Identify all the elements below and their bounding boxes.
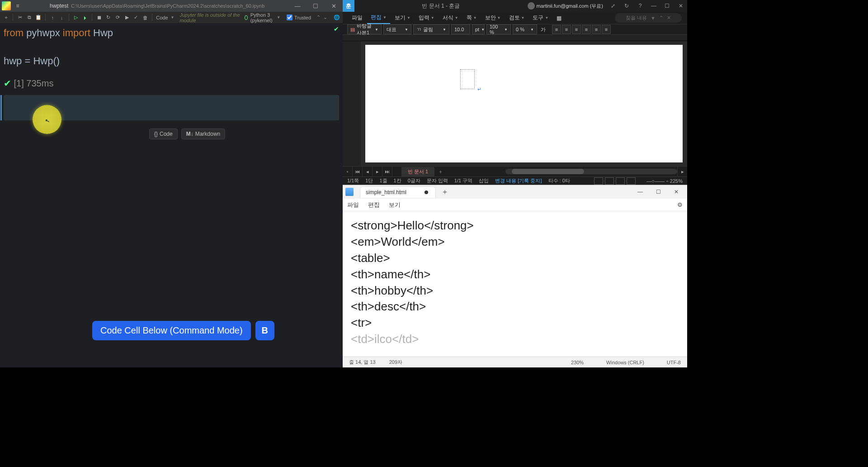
scroll-right-icon[interactable]: ▸ (677, 167, 687, 176)
expand-icon[interactable]: ⤢ (607, 3, 619, 9)
new-tab-icon[interactable]: ＋ (438, 168, 443, 175)
view-two-icon[interactable] (605, 177, 614, 185)
help-icon[interactable]: ? (634, 3, 646, 9)
status-zoom[interactable]: 230% (571, 360, 584, 365)
notebook-editor[interactable]: ✔ from pyhwpx import Hwp hwp = Hwp() ✔ [… (0, 24, 343, 367)
tab-list-icon[interactable]: ▫ (343, 167, 353, 176)
zoom-combo[interactable]: 100 %▼ (486, 24, 511, 34)
view-outline-icon[interactable] (616, 177, 625, 185)
delete-cell-icon[interactable]: 🗑 (142, 14, 148, 22)
cut-icon[interactable]: ✂ (17, 14, 23, 22)
notepad-textarea[interactable]: <strong>Hello</strong> <em>World</em> <t… (343, 211, 687, 357)
settings-icon[interactable]: ⚙ (677, 201, 683, 208)
run-cell-icon[interactable]: ▷ (73, 14, 79, 22)
restart-icon[interactable]: ↻ (105, 14, 112, 22)
vertical-ruler[interactable] (343, 41, 361, 166)
menu-file[interactable]: 파일 (347, 201, 359, 209)
paste-icon[interactable]: 📋 (35, 14, 42, 22)
minimize-icon[interactable]: — (647, 3, 660, 9)
zoom-control[interactable]: —○—— ▫ 225% (646, 178, 683, 184)
user-email[interactable]: martinii.fun@gmail.com (무료) (537, 3, 603, 10)
globe-icon[interactable]: 🌐 (334, 14, 340, 20)
file-path: C:\Users\user\AppData\Roaming\JetBrains\… (71, 3, 264, 9)
tab-last-icon[interactable]: ⏭ (382, 167, 392, 176)
copy-icon[interactable]: ⧉ (26, 14, 33, 22)
menu-view[interactable]: 보기 (389, 201, 401, 209)
pycharm-toolbar: ＋ ✂ ⧉ 📋 ↑ ↓ ▷ ⏵ ◼ ↻ ⟳ ▶ ✓ 🗑 Code ▼ Jupyt… (0, 12, 343, 24)
run-all-icon[interactable]: ⏵ (82, 14, 88, 22)
menu-extra-icon[interactable]: ▦ (553, 13, 565, 23)
para-combo[interactable]: 대표▼ (383, 24, 411, 34)
hwp-format-bar: ▤바탕글 사본1▼ 대표▼ ㄲ굴림▼ 10.0 pt▼ 100 %▼ 0 %▼ … (343, 24, 687, 35)
text-line: <th>hobby</th> (351, 283, 679, 299)
menu-security[interactable]: 보안▼ (481, 12, 505, 24)
menu-input[interactable]: 입력▼ (415, 12, 438, 24)
avatar-icon[interactable] (528, 2, 535, 10)
search-pill[interactable]: 찾을 내용▼⌃✕ (615, 13, 682, 23)
horizontal-scrollbar[interactable] (505, 169, 677, 174)
menu-review[interactable]: 검토▼ (505, 12, 528, 24)
align-justify-icon[interactable]: ≡ (582, 25, 591, 34)
add-cell-icon[interactable]: ＋ (3, 14, 9, 22)
menu-edit[interactable]: 편집▼ (367, 12, 390, 24)
hamburger-icon[interactable]: ≡ (13, 3, 23, 9)
view-page-icon[interactable] (594, 177, 603, 185)
trusted-checkbox[interactable]: Trusted (287, 14, 311, 20)
view-draft-icon[interactable] (627, 177, 636, 185)
move-up-icon[interactable]: ↑ (49, 14, 56, 22)
status-insert: 삽입 (479, 177, 489, 184)
add-code-cell-button[interactable]: {}Code (149, 129, 178, 139)
notepad-titlebar: simple_html.html ＋ — ☐ ✕ (343, 185, 687, 199)
align-dist-icon[interactable]: ≡ (592, 25, 601, 34)
page-viewport[interactable]: ↵ (361, 41, 687, 166)
charspace-combo[interactable]: 0 %▼ (513, 24, 537, 34)
minimize-icon[interactable]: — (632, 189, 648, 195)
minimize-icon[interactable]: — (288, 3, 307, 10)
add-markdown-cell-button[interactable]: M↓Markdown (181, 129, 225, 139)
move-down-icon[interactable]: ↓ (58, 14, 65, 22)
module-warning: Jupyter file is outside of the module (179, 12, 242, 23)
maximize-icon[interactable]: ☐ (661, 3, 674, 9)
doc-tab[interactable]: 빈 문서 1 (401, 167, 434, 176)
text-line: <em>World</em> (351, 234, 679, 250)
code-line[interactable]: hwp = Hwp() (4, 54, 339, 68)
tab-next-icon[interactable]: ▸ (373, 167, 382, 176)
menu-format[interactable]: 서식▼ (439, 12, 462, 24)
celltype-dropdown[interactable]: Code (156, 15, 168, 20)
new-tab-icon[interactable]: ＋ (441, 187, 448, 197)
tab-name[interactable]: hwptest (50, 3, 68, 9)
maximize-icon[interactable]: ☐ (307, 3, 325, 10)
restart-run-icon[interactable]: ⟳ (114, 14, 121, 22)
document-page[interactable]: ↵ (365, 45, 683, 162)
execution-meta: ✔ [1] 735ms (4, 78, 339, 89)
run-debug-icon[interactable]: ▶ (123, 14, 130, 22)
close-icon[interactable]: ✕ (675, 3, 687, 9)
fontsize-unit[interactable]: pt▼ (472, 24, 485, 34)
align-center-icon[interactable]: ≡ (562, 25, 571, 34)
status-record[interactable]: 변경 내용 [기록 중지] (495, 177, 542, 184)
close-icon[interactable]: ✕ (668, 189, 684, 195)
fontsize-input[interactable]: 10.0 (451, 24, 470, 34)
menu-view[interactable]: 보기▼ (391, 12, 414, 24)
menu-edit[interactable]: 편집 (368, 201, 380, 209)
style-combo[interactable]: ▤바탕글 사본1▼ (347, 24, 382, 34)
kernel-status[interactable]: Python 3 (pykernel) ▼ Trusted ⌃ ⌄ 🌐 (245, 12, 340, 23)
close-icon[interactable]: ✕ (325, 3, 343, 10)
menu-shape[interactable]: 쪽▼ (463, 12, 481, 24)
stop-icon[interactable]: ◼ (96, 14, 102, 22)
clear-output-icon[interactable]: ✓ (133, 14, 139, 22)
return-mark-icon: ↵ (477, 86, 481, 92)
hwp-menubar: 파일 편집▼ 보기▼ 입력▼ 서식▼ 쪽▼ 보안▼ 검토▼ 도구▼ ▦ 찾을 내… (343, 12, 687, 24)
tab-first-icon[interactable]: ⏮ (353, 167, 363, 176)
align-extra-icon[interactable]: ≡ (602, 25, 611, 34)
horizontal-ruler[interactable] (343, 35, 687, 41)
tab-prev-icon[interactable]: ◂ (363, 167, 373, 176)
menu-tools[interactable]: 도구▼ (529, 12, 552, 24)
align-right-icon[interactable]: ≡ (572, 25, 581, 34)
maximize-icon[interactable]: ☐ (650, 189, 666, 195)
notepad-tab[interactable]: simple_html.html (360, 186, 436, 198)
font-combo[interactable]: ㄲ굴림▼ (413, 24, 449, 34)
refresh-icon[interactable]: ↻ (620, 3, 633, 9)
align-left-icon[interactable]: ≡ (552, 25, 561, 34)
menu-file[interactable]: 파일 (348, 12, 366, 24)
